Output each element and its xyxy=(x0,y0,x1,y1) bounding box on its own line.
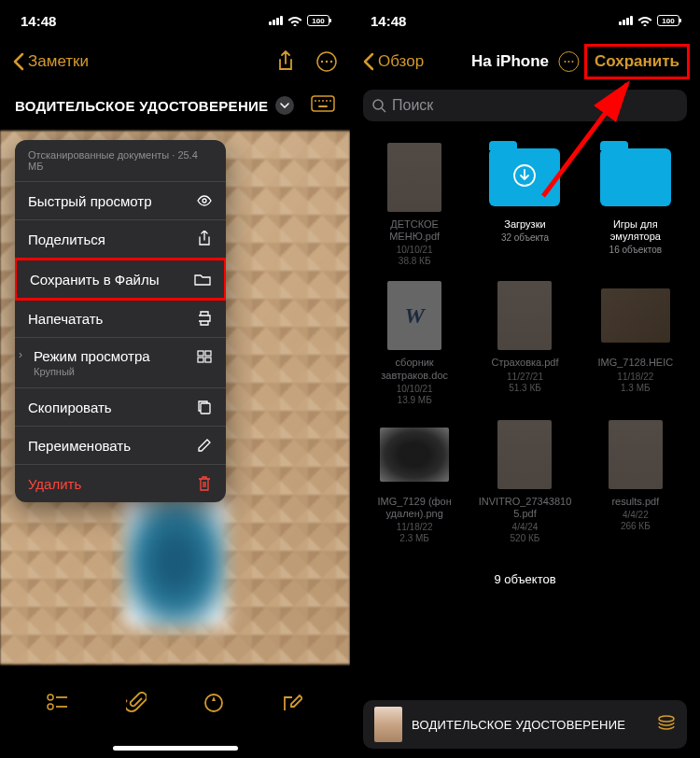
svg-point-22 xyxy=(564,61,566,63)
chevron-right-icon: › xyxy=(19,348,22,361)
home-indicator[interactable] xyxy=(113,746,238,751)
file-item[interactable]: IMG_7129 (фон удален).png11/18/222.3 МБ xyxy=(363,419,466,544)
save-button[interactable]: Сохранить xyxy=(584,44,690,79)
svg-point-17 xyxy=(48,695,53,700)
more-icon[interactable] xyxy=(558,51,579,72)
svg-point-19 xyxy=(48,704,53,709)
file-meta: 4/4/24520 КБ xyxy=(511,522,540,544)
menu-copy[interactable]: Скопировать xyxy=(15,388,226,427)
file-item[interactable]: IMG_7128.HEIC11/18/221.3 МБ xyxy=(584,280,687,405)
file-item[interactable]: INVITRO_27343810 5.pdf4/4/24520 КБ xyxy=(473,419,576,544)
note-title: ВОДИТЕЛЬСКОЕ УДОСТОВЕРЕНИЕ xyxy=(15,98,268,114)
attachment-icon[interactable] xyxy=(124,691,148,715)
status-bar: 14:48 100 xyxy=(350,0,700,41)
compose-icon[interactable] xyxy=(280,691,304,715)
svg-rect-12 xyxy=(198,351,203,356)
file-item[interactable]: Игры для эмулятора16 объектов xyxy=(584,142,687,267)
share-icon xyxy=(196,231,213,247)
chevron-down-icon[interactable] xyxy=(275,96,294,115)
trash-icon xyxy=(196,475,213,492)
file-thumb xyxy=(600,280,671,351)
file-thumb xyxy=(600,419,671,490)
menu-delete[interactable]: Удалить xyxy=(15,465,226,502)
file-thumb xyxy=(600,142,671,213)
files-grid: ДЕТСКОЕ МЕНЮ.pdf10/10/2138.8 КБЗагрузки3… xyxy=(350,129,700,557)
svg-point-6 xyxy=(318,100,320,102)
menu-view-mode[interactable]: › Режим просмотра Крупный xyxy=(15,338,226,388)
status-icons: 100 xyxy=(619,15,679,26)
back-button[interactable]: Обзор xyxy=(363,52,424,71)
svg-point-8 xyxy=(326,100,328,102)
status-time: 14:48 xyxy=(21,13,56,29)
draw-icon[interactable] xyxy=(202,691,226,715)
copy-icon xyxy=(196,399,213,415)
battery-icon: 100 xyxy=(307,15,329,26)
file-name: IMG_7128.HEIC xyxy=(597,357,673,369)
object-count: 9 объектов xyxy=(350,557,700,601)
file-item[interactable]: results.pdf4/4/22266 КБ xyxy=(584,419,687,544)
menu-share[interactable]: Поделиться xyxy=(15,220,226,259)
svg-rect-14 xyxy=(198,358,203,362)
status-time: 14:48 xyxy=(371,13,406,29)
share-icon[interactable] xyxy=(275,51,296,72)
file-thumb xyxy=(489,280,560,351)
file-name: Страховка.pdf xyxy=(491,357,558,369)
files-nav: Обзор На iPhone Сохранить xyxy=(350,41,700,82)
svg-point-27 xyxy=(373,100,383,109)
phone-left-notes: 14:48 100 Заметки xyxy=(0,0,350,758)
svg-point-3 xyxy=(330,61,332,63)
menu-header: Отсканированные документы · 25.4 МБ xyxy=(15,140,226,182)
svg-point-1 xyxy=(321,61,323,63)
back-button[interactable]: Заметки xyxy=(13,52,89,71)
phone-right-files: 14:48 100 Обзор На iPhone Сохранить xyxy=(350,0,700,758)
svg-point-30 xyxy=(659,716,674,722)
svg-point-2 xyxy=(326,61,328,63)
menu-save-files[interactable]: Сохранить в Файлы xyxy=(15,258,226,301)
file-to-save-bar[interactable]: ВОДИТЕЛЬСКОЕ УДОСТОВЕРЕНИЕ xyxy=(363,700,687,749)
file-item[interactable]: Wсборник завтраков.doc10/10/2113.9 МБ xyxy=(363,280,466,405)
file-item[interactable]: Загрузки32 объекта xyxy=(473,142,576,267)
svg-point-5 xyxy=(315,100,316,102)
battery-icon: 100 xyxy=(657,15,679,26)
signal-icon xyxy=(269,16,283,25)
svg-rect-13 xyxy=(205,351,211,356)
menu-quick-look[interactable]: Быстрый просмотр xyxy=(15,182,226,220)
file-meta: 11/18/221.3 МБ xyxy=(617,372,653,394)
wifi-icon xyxy=(637,15,652,26)
checklist-icon[interactable] xyxy=(46,691,70,715)
printer-icon xyxy=(196,310,213,327)
file-meta: 11/27/2151.3 КБ xyxy=(507,372,543,394)
svg-point-11 xyxy=(203,199,206,203)
status-bar: 14:48 100 xyxy=(0,0,350,41)
search-input[interactable]: Поиск xyxy=(363,90,687,121)
menu-print[interactable]: Напечатать xyxy=(15,300,226,338)
file-item[interactable]: ДЕТСКОЕ МЕНЮ.pdf10/10/2138.8 КБ xyxy=(363,142,466,267)
menu-rename[interactable]: Переименовать xyxy=(15,427,226,465)
location-title: На iPhone xyxy=(471,52,549,71)
file-meta: 11/18/222.3 МБ xyxy=(397,522,433,544)
more-icon[interactable] xyxy=(316,51,337,72)
file-thumb: W xyxy=(379,280,450,351)
file-thumb xyxy=(489,142,560,213)
context-menu: Отсканированные документы · 25.4 МБ Быст… xyxy=(15,140,226,502)
keyboard-icon[interactable] xyxy=(311,95,335,116)
file-name: сборник завтраков.doc xyxy=(368,357,461,381)
nav-bar: Заметки xyxy=(0,41,350,82)
signal-icon xyxy=(619,16,633,25)
svg-point-24 xyxy=(571,61,573,63)
file-meta: 10/10/2113.9 МБ xyxy=(397,384,433,406)
layout-icon xyxy=(196,348,213,365)
eye-icon xyxy=(196,192,213,209)
svg-line-28 xyxy=(382,108,385,112)
svg-rect-16 xyxy=(201,403,210,414)
file-name: INVITRO_27343810 5.pdf xyxy=(478,496,571,520)
svg-rect-4 xyxy=(312,96,334,111)
svg-rect-15 xyxy=(205,358,211,362)
back-label: Заметки xyxy=(28,52,89,71)
note-title-row: ВОДИТЕЛЬСКОЕ УДОСТОВЕРЕНИЕ xyxy=(0,82,350,125)
file-thumb xyxy=(379,142,450,213)
pencil-icon xyxy=(196,437,213,454)
file-name: results.pdf xyxy=(611,496,659,508)
file-meta: 10/10/2138.8 КБ xyxy=(397,245,433,267)
file-item[interactable]: Страховка.pdf11/27/2151.3 КБ xyxy=(473,280,576,405)
